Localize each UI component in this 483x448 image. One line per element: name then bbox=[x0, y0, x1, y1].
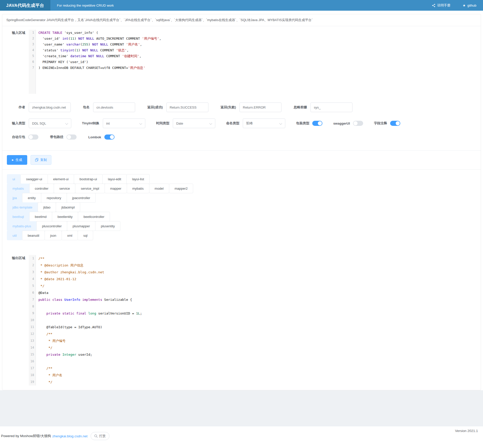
toggle-field-comment[interactable] bbox=[390, 121, 400, 126]
naming-type-label: 命名类型 bbox=[226, 121, 239, 126]
page-background-band bbox=[0, 390, 483, 426]
tab-beetlcontroller[interactable]: beetlcontroller bbox=[78, 212, 110, 221]
author-field: 作者 bbox=[7, 102, 71, 112]
code-line: /** bbox=[38, 331, 476, 337]
star-icon: ★ bbox=[463, 4, 466, 7]
copy-icon bbox=[35, 158, 38, 162]
tab-category-mybatis-plus[interactable]: mybatis-plus bbox=[7, 221, 37, 231]
code-line: 'status' tinyint(1) NOT NULL COMMENT '状态… bbox=[38, 47, 476, 53]
tab-pluscontroller[interactable]: pluscontroller bbox=[36, 221, 67, 231]
tab-jtdaoimpl[interactable]: jtdaoimpl bbox=[56, 202, 80, 212]
tab-group-jpa: jpaentityrepositoryjpacontroller bbox=[7, 193, 476, 203]
return-success-input[interactable] bbox=[166, 102, 208, 112]
tinyint-convert-value: int bbox=[106, 122, 110, 125]
code-line: * @author zhengkai.blog.csdn.net bbox=[38, 269, 476, 276]
line-number: 3 bbox=[29, 41, 36, 47]
tab-jpacontroller[interactable]: jpacontroller bbox=[67, 193, 96, 203]
line-number: 4 bbox=[29, 276, 36, 282]
app-header: JAVA代码生成平台 For reducing the repetitive C… bbox=[0, 0, 483, 11]
tab-category-jdbc-template[interactable]: jdbc-template bbox=[7, 202, 38, 212]
tab-plusentity[interactable]: plusentity bbox=[95, 221, 120, 231]
copy-button[interactable]: 复制 bbox=[31, 155, 51, 165]
donate-button[interactable]: 打赏 bbox=[91, 432, 109, 440]
footer-credit: Powered by Moshow郑锴/大狼狗 zhengkai.blog.cs… bbox=[1, 432, 109, 440]
toggle-auto-import[interactable] bbox=[28, 135, 38, 140]
code-line: @TableId(type = IdType.AUTO) bbox=[38, 324, 476, 331]
form-row-2: 输入类型 DDL SQL TinyInt转换 int 时间类型 Date bbox=[7, 118, 476, 128]
tab-category-jpa[interactable]: jpa bbox=[7, 193, 22, 203]
toggle-label-with-package-path: 带包路径 bbox=[50, 135, 63, 139]
input-code-editor[interactable]: 1234567 CREATE TABLE 'sys_user_info' ( '… bbox=[29, 30, 476, 94]
github-link[interactable]: ★ github bbox=[463, 4, 476, 7]
author-input[interactable] bbox=[29, 102, 71, 112]
header-links: 说明手册 ★ github bbox=[432, 3, 476, 8]
java-code: /** * @description 用户信息 * @author zhengk… bbox=[36, 255, 476, 385]
tinyint-convert-select[interactable]: int bbox=[103, 118, 145, 128]
return-fail-input[interactable] bbox=[239, 102, 281, 112]
toggle-lombok[interactable] bbox=[104, 135, 115, 140]
blog-link[interactable]: zhengkai.blog.csdn.net bbox=[52, 434, 88, 438]
time-type-select[interactable]: Date bbox=[173, 118, 215, 128]
tab-xml[interactable]: xml bbox=[62, 231, 78, 240]
tab-controller[interactable]: controller bbox=[29, 184, 54, 193]
tab-mybatis[interactable]: mybatis bbox=[127, 184, 149, 193]
toggle-with-package-path[interactable] bbox=[66, 135, 77, 140]
line-number: 7 bbox=[29, 296, 36, 303]
line-number-gutter: 12345678910111213141516171819 bbox=[29, 255, 36, 385]
ignore-prefix-input[interactable] bbox=[310, 102, 352, 112]
tab-layui-edit[interactable]: layui-edit bbox=[102, 174, 127, 184]
tab-plusmapper[interactable]: plusmapper bbox=[67, 221, 95, 231]
magnifier-icon bbox=[94, 434, 98, 438]
tab-mapper[interactable]: mapper bbox=[105, 184, 127, 193]
tab-layui-list[interactable]: layui-list bbox=[126, 174, 150, 184]
output-code-editor[interactable]: 12345678910111213141516171819 /** * @des… bbox=[29, 255, 476, 385]
time-type-field: 时间类型 Date bbox=[156, 118, 215, 128]
form-row-1: 作者 包名 返回(成功) 返回(失败) 忽略前缀 bbox=[7, 102, 476, 112]
tab-entity[interactable]: entity bbox=[22, 193, 41, 203]
input-type-select[interactable]: DDL SQL bbox=[29, 118, 71, 128]
tab-category-ui[interactable]: ui bbox=[7, 174, 21, 184]
naming-type-select[interactable]: 驼峰 bbox=[243, 118, 285, 128]
tab-sql[interactable]: sql bbox=[78, 231, 93, 240]
line-number: 2 bbox=[29, 262, 36, 269]
tab-swagger-ui[interactable]: swagger-ui bbox=[20, 174, 48, 184]
tab-service_impl[interactable]: service_impl bbox=[75, 184, 105, 193]
toggle-swagger-ui[interactable] bbox=[353, 121, 363, 126]
tab-bootstrap-ui[interactable]: bootstrap-ui bbox=[74, 174, 103, 184]
tab-element-ui[interactable]: element-ui bbox=[48, 174, 74, 184]
time-type-value: Date bbox=[176, 122, 183, 125]
tab-mapper2[interactable]: mapper2 bbox=[169, 184, 193, 193]
manual-link[interactable]: 说明手册 bbox=[432, 3, 450, 8]
actions-bar: ▶ 生成 复制 bbox=[2, 150, 481, 170]
line-number: 5 bbox=[29, 282, 36, 289]
tab-repository[interactable]: repository bbox=[41, 193, 67, 203]
page-footer: Powered by Moshow郑锴/大狼狗 zhengkai.blog.cs… bbox=[0, 426, 483, 440]
line-number: 6 bbox=[29, 289, 36, 296]
tab-beetlmd[interactable]: beetlmd bbox=[29, 212, 52, 221]
tab-model[interactable]: model bbox=[149, 184, 169, 193]
line-number: 17 bbox=[29, 365, 36, 372]
code-line: * 用户编号 bbox=[38, 337, 476, 344]
tab-beanutil[interactable]: beanutil bbox=[22, 231, 45, 240]
naming-type-field: 命名类型 驼峰 bbox=[226, 118, 285, 128]
tab-category-mybatis[interactable]: mybatis bbox=[7, 184, 30, 193]
manual-link-label: 说明手册 bbox=[437, 3, 450, 8]
input-type-field: 输入类型 DDL SQL bbox=[7, 118, 71, 128]
donate-button-label: 打赏 bbox=[99, 434, 106, 438]
tab-category-beetlsql[interactable]: beetlsql bbox=[7, 212, 30, 221]
tab-json[interactable]: json bbox=[45, 231, 62, 240]
line-number: 9 bbox=[29, 310, 36, 317]
code-line: public class UserInfo implements Seriali… bbox=[38, 296, 476, 303]
generate-button[interactable]: ▶ 生成 bbox=[7, 155, 27, 165]
return-success-field: 返回(成功) bbox=[147, 102, 208, 112]
input-type-value: DDL SQL bbox=[32, 122, 46, 125]
toggle-wrap-type[interactable] bbox=[312, 121, 322, 126]
package-input[interactable] bbox=[93, 102, 135, 112]
code-line bbox=[38, 303, 476, 310]
share-icon bbox=[432, 4, 435, 7]
tab-category-util[interactable]: util bbox=[7, 231, 22, 240]
tab-service[interactable]: service bbox=[54, 184, 75, 193]
code-line: * @date 2021-01-12 bbox=[38, 276, 476, 282]
tab-jtdao[interactable]: jtdao bbox=[38, 202, 56, 212]
tab-beetlentity[interactable]: beetlentity bbox=[52, 212, 78, 221]
